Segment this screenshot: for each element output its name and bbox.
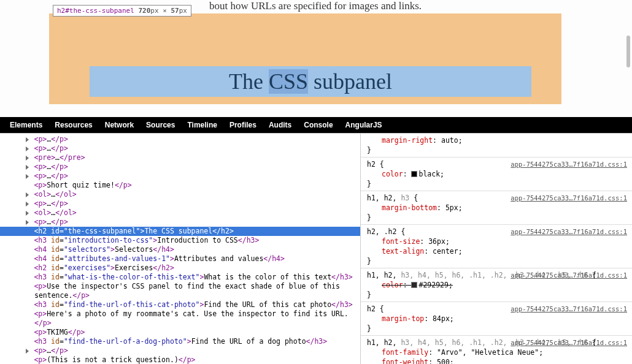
dom-node[interactable]: <p>Use the inspector's CSS panel to find… (0, 282, 360, 300)
css-rule[interactable]: app-7544275ca33…7f16a71d.css:1 h1, h2, h… (361, 336, 632, 364)
source-link[interactable]: app-7544275ca33…7f16a71d.css:1 (511, 304, 627, 314)
dom-node[interactable]: <h3 id="introduction-to-css">Introductio… (0, 236, 360, 245)
inspected-heading: The CSS subpanel (229, 69, 392, 94)
source-link[interactable]: app-7544275ca33…7f16a71d.css:1 (511, 270, 627, 280)
dom-node[interactable]: <h4 id="attributes-and-values-1">Attribu… (0, 254, 360, 264)
devtools-panels: <p>…</p> <p>…</p> <pre>…</pre> <p>…</p> … (0, 133, 632, 364)
tab-network[interactable]: Network (99, 117, 140, 133)
css-rule[interactable]: app-7544275ca33…7f16a71d.css:1 h2, .h2 {… (361, 225, 632, 268)
page-preview: xxxxxxxxxxxxxxxxxxxxxxxxxxxxxxbout how U… (0, 0, 632, 117)
css-rule[interactable]: margin-right: auto; } (361, 134, 632, 157)
tab-audits[interactable]: Audits (263, 117, 298, 133)
dom-node[interactable]: <h4 id="selectors">Selectors</h4> (0, 245, 360, 254)
dom-node[interactable]: <p>…</p> (0, 199, 360, 208)
color-swatch[interactable] (411, 171, 417, 177)
dom-node[interactable]: <p>…</p> (0, 144, 360, 153)
source-link[interactable]: app-7544275ca33…7f16a71d.css:1 (511, 227, 627, 237)
dom-node[interactable]: <h3 id="find-the-url-of-a-dog-photo">Fin… (0, 337, 360, 346)
page-scrollbar[interactable] (626, 4, 631, 113)
styles-panel[interactable]: margin-right: auto; } app-7544275ca33…7f… (360, 134, 632, 364)
css-rule[interactable]: app-7544275ca33…7f16a71d.css:1 h2 { marg… (361, 302, 632, 336)
dom-node[interactable]: <p>TKIMG</p> (0, 328, 360, 337)
dom-node[interactable]: <p>…</p> (0, 162, 360, 172)
dom-node[interactable]: <p>Here's a photo of my roommate's cat. … (0, 309, 360, 328)
css-rule[interactable]: app-7544275ca33…7f16a71d.css:1 h1, h2, h… (361, 191, 632, 225)
tab-sources[interactable]: Sources (140, 117, 181, 133)
dom-node[interactable]: <h3 id="what-is-the-color-of-this-text">… (0, 273, 360, 282)
dom-node[interactable]: <p>…</p> (0, 172, 360, 181)
dom-node[interactable]: <p>…</p> (0, 346, 360, 355)
tab-resources[interactable]: Resources (48, 117, 98, 133)
dom-node[interactable]: <pre>…</pre> (0, 153, 360, 162)
dom-node[interactable]: <p>(This is not a trick question.)</p> (0, 355, 360, 364)
dom-node[interactable]: <ol>…</ol> (0, 190, 360, 199)
devtools-toolbar: Elements Resources Network Sources Timel… (0, 117, 632, 133)
dom-node[interactable]: <h3 id="find-the-url-of-this-cat-photo">… (0, 300, 360, 309)
tab-timeline[interactable]: Timeline (181, 117, 223, 133)
dom-node[interactable]: <p>…</p> (0, 135, 360, 144)
tooltip-selector: h2#the-css-subpanel (57, 7, 134, 15)
dom-node[interactable]: <ol>…</ol> (0, 208, 360, 218)
css-rule[interactable]: app-7544275ca33…7f16a71d.css:1 h1, h2, h… (361, 268, 632, 302)
tab-elements[interactable]: Elements (4, 117, 48, 133)
tab-console[interactable]: Console (298, 117, 339, 133)
tab-angular[interactable]: AngularJS (339, 117, 388, 133)
highlight-content: The CSS subpanel (90, 66, 531, 97)
css-rule[interactable]: app-7544275ca33…7f16a71d.css:1 h2 { colo… (361, 157, 632, 191)
dom-node-selected[interactable]: <h2 id="the-css-subpanel">The CSS subpan… (0, 227, 360, 236)
source-link[interactable]: app-7544275ca33…7f16a71d.css:1 (511, 338, 627, 347)
dom-node[interactable]: <p>Short quiz time!</p> (0, 181, 360, 190)
tab-profiles[interactable]: Profiles (223, 117, 263, 133)
source-link[interactable]: app-7544275ca33…7f16a71d.css:1 (511, 159, 627, 169)
dom-tree[interactable]: <p>…</p> <p>…</p> <pre>…</pre> <p>…</p> … (0, 134, 360, 364)
source-link[interactable]: app-7544275ca33…7f16a71d.css:1 (511, 193, 627, 203)
element-tooltip: h2#the-css-subpanel 720px × 57px (53, 5, 191, 17)
color-swatch[interactable] (411, 282, 417, 288)
dom-node[interactable]: <h2 id="exercises">Exercises</h2> (0, 264, 360, 273)
dom-node[interactable]: <p>…</p> (0, 218, 360, 227)
